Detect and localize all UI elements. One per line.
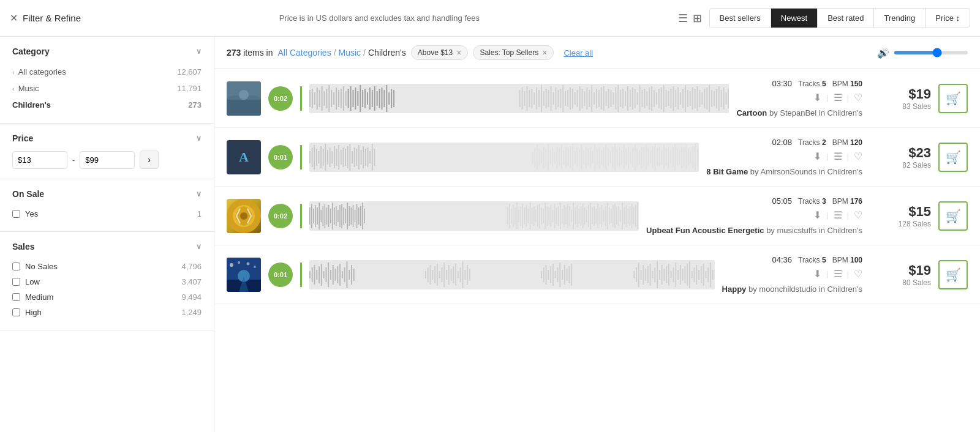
filter-sales-remove[interactable]: × [542,48,547,57]
sales-medium-checkbox[interactable] [12,293,20,301]
svg-rect-262 [360,206,361,226]
category-list: ‹ All categories 12,607 ‹ Music 11,791 C… [12,64,202,113]
waveform[interactable] [309,84,729,113]
breadcrumb-music[interactable]: Music [339,48,361,58]
add-to-cart-button[interactable]: 🛒 [938,143,968,172]
download-icon[interactable]: ⬇ [813,209,821,221]
list-view-icon[interactable]: ☰ [678,12,688,25]
svg-rect-127 [309,151,311,163]
price-column: $19 83 Sales [870,86,931,111]
svg-rect-80 [617,85,619,112]
on-sale-yes-label[interactable]: Yes [12,209,38,218]
add-to-cart-button[interactable]: 🛒 [938,260,968,289]
svg-rect-287 [549,207,550,225]
filter-refine-button[interactable]: ✕ Filter & Refine [10,12,81,24]
svg-rect-244 [326,207,328,225]
svg-rect-247 [332,203,333,229]
clear-all-button[interactable]: Clear all [564,48,593,58]
svg-rect-37 [391,89,392,108]
download-icon[interactable]: ⬇ [813,268,821,280]
svg-rect-150 [361,150,362,165]
sort-best-sellers[interactable]: Best sellers [710,9,771,28]
track-title[interactable]: Happy [722,285,747,294]
track-stats-row: 04:36 Tracks 5 BPM 100 [772,255,863,264]
add-to-cart-button[interactable]: 🛒 [938,84,968,113]
track-title-row: Cartoon by StepanBel in Children's [736,108,862,117]
on-sale-header[interactable]: On Sale ∨ [12,189,202,199]
svg-rect-200 [628,146,629,168]
sort-trending[interactable]: Trending [874,9,925,28]
music-count: 11,791 [177,84,202,93]
svg-rect-217 [666,149,667,166]
sales-high-label[interactable]: High [12,308,42,317]
track-title[interactable]: Upbeat Fun Acoustic Energetic [646,226,764,235]
play-button[interactable]: 0:02 [268,86,293,111]
svg-rect-388 [555,271,556,278]
track-title[interactable]: Cartoon [736,108,767,117]
sort-price[interactable]: Price ↕ [925,9,970,28]
sales-no-sales-text: No Sales [25,262,58,271]
favorite-icon[interactable]: ♡ [854,268,862,280]
playlist-icon[interactable]: ☰ [834,209,842,221]
add-to-cart-button[interactable]: 🛒 [938,201,968,231]
playlist-icon[interactable]: ☰ [834,268,842,280]
waveform[interactable] [309,201,639,231]
price-min-input[interactable] [12,151,67,169]
sales-no-sales-checkbox[interactable] [12,263,20,270]
svg-rect-294 [562,209,563,223]
breadcrumb-all-categories[interactable]: All Categories [277,48,331,58]
sales-high-checkbox[interactable] [12,308,20,316]
price-max-input[interactable] [80,151,135,169]
svg-rect-155 [372,144,373,171]
svg-rect-257 [351,207,352,225]
track-title[interactable]: 8 Bit Game [706,167,748,176]
on-sale-yes-checkbox[interactable] [12,210,20,218]
track-duration: 05:05 [772,196,793,206]
sales-header[interactable]: Sales ∨ [12,242,202,251]
svg-rect-124 [723,88,725,110]
play-button[interactable]: 0:02 [268,204,293,228]
sort-newest[interactable]: Newest [771,9,818,28]
favorite-icon[interactable]: ♡ [854,151,862,162]
filter-tag-sales: Sales: Top Sellers × [473,45,554,60]
favorite-icon[interactable]: ♡ [854,92,862,103]
sales-medium-label[interactable]: Medium [12,292,53,302]
svg-rect-23 [357,91,358,106]
sort-best-rated[interactable]: Best rated [818,9,874,28]
sales-no-sales-label[interactable]: No Sales [12,262,58,271]
filter-price-remove[interactable]: × [456,48,461,57]
price-header[interactable]: Price ∨ [12,133,202,143]
svg-rect-316 [603,210,605,222]
svg-rect-221 [674,144,676,171]
playlist-icon[interactable]: ☰ [834,151,842,162]
grid-view-icon[interactable]: ⊞ [693,12,702,25]
sidebar-item-childrens[interactable]: Children's 273 [12,97,202,113]
category-header[interactable]: Category ∨ [12,47,202,56]
sales-no-sales-row: No Sales 4,796 [12,259,202,274]
playlist-icon[interactable]: ☰ [834,92,842,103]
svg-rect-86 [632,88,633,110]
svg-rect-149 [358,145,360,169]
svg-rect-45 [533,92,535,105]
sales-low-checkbox[interactable] [12,278,20,286]
svg-rect-249 [336,206,337,226]
svg-rect-282 [539,204,540,228]
volume-slider[interactable] [894,51,968,54]
svg-rect-320 [611,209,612,223]
sales-list: No Sales 4,796 Low 3,407 Medium [12,259,202,320]
svg-rect-147 [354,147,355,167]
waveform[interactable] [309,260,715,289]
sidebar-item-all-categories[interactable]: ‹ All categories 12,607 [12,64,202,80]
price-go-button[interactable]: › [140,151,159,169]
download-icon[interactable]: ⬇ [813,92,821,103]
play-button[interactable]: 0:01 [268,263,293,287]
arrow-icon: ‹ [12,85,15,92]
waveform[interactable] [309,143,699,172]
sidebar-item-music[interactable]: ‹ Music 11,791 [12,80,202,97]
svg-rect-110 [690,91,691,106]
track-duration: 04:36 [772,255,793,264]
download-icon[interactable]: ⬇ [813,151,821,162]
sales-low-label[interactable]: Low [12,277,40,286]
play-button[interactable]: 0:01 [268,145,293,169]
favorite-icon[interactable]: ♡ [854,209,862,221]
